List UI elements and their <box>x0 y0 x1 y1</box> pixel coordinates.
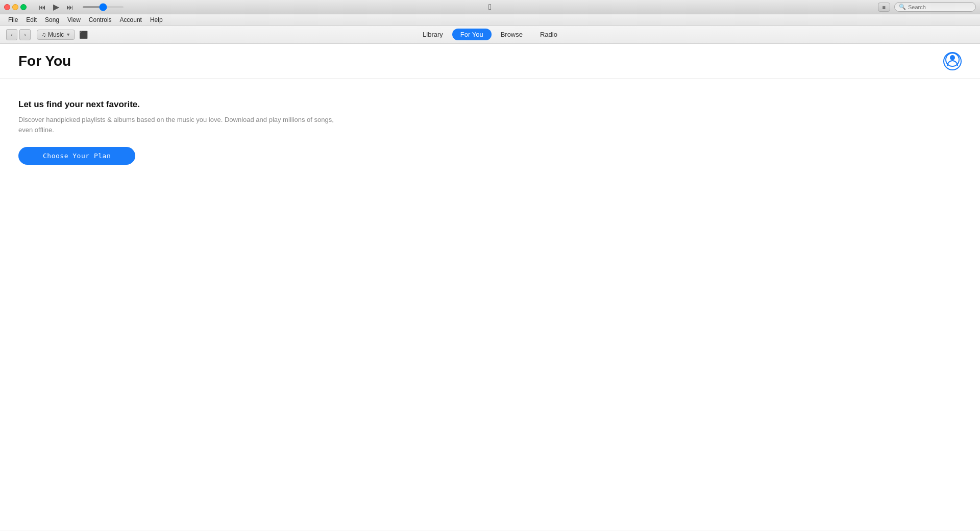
main-area: For You Let us find your next favorite. … <box>0 44 980 531</box>
nav-arrows: ‹ › <box>6 29 31 40</box>
apple-logo-icon:  <box>488 3 492 12</box>
tab-browse[interactable]: Browse <box>493 29 531 40</box>
content-body: Let us find your next favorite. Discover… <box>0 79 980 530</box>
tab-radio[interactable]: Radio <box>532 29 566 40</box>
close-button[interactable] <box>4 4 10 10</box>
menu-bar: File Edit Song View Controls Account Hel… <box>0 14 980 26</box>
menu-controls[interactable]: Controls <box>85 15 116 24</box>
menu-file[interactable]: File <box>4 15 22 24</box>
promo-subtext: Discover handpicked playlists & albums b… <box>18 115 345 135</box>
skip-back-button[interactable]: ⏮ <box>37 2 48 12</box>
nav-bar: ‹ › ♫ Music ▼ ⬛ Library For You Browse R… <box>0 26 980 44</box>
search-box[interactable]: 🔍 <box>894 2 976 12</box>
content-header: For You <box>0 44 980 79</box>
title-bar: ⏮ ▶ ⏭  ≡ 🔍 <box>0 0 980 14</box>
airplay-button[interactable]: ⬛ <box>79 31 88 39</box>
user-avatar-button[interactable] <box>943 52 962 70</box>
promo-headline: Let us find your next favorite. <box>18 99 345 110</box>
menu-song[interactable]: Song <box>41 15 63 24</box>
search-input[interactable] <box>908 4 969 10</box>
menu-help[interactable]: Help <box>146 15 167 24</box>
title-bar-center:  <box>488 3 492 12</box>
list-view-button[interactable]: ≡ <box>878 3 890 12</box>
music-note-icon: ♫ <box>41 31 46 38</box>
page-title: For You <box>18 53 71 69</box>
user-icon <box>945 53 960 70</box>
menu-edit[interactable]: Edit <box>22 15 41 24</box>
choose-plan-button[interactable]: Choose Your Plan <box>18 147 135 165</box>
menu-account[interactable]: Account <box>116 15 146 24</box>
play-button[interactable]: ▶ <box>51 1 61 13</box>
skip-forward-button[interactable]: ⏭ <box>64 2 76 12</box>
nav-tabs: Library For You Browse Radio <box>414 29 566 40</box>
transport-controls: ⏮ ▶ ⏭ <box>37 1 124 13</box>
volume-slider[interactable] <box>83 6 124 8</box>
source-selector[interactable]: ♫ Music ▼ <box>37 30 75 40</box>
window-controls <box>4 4 27 10</box>
tab-library[interactable]: Library <box>414 29 451 40</box>
tab-for-you[interactable]: For You <box>452 29 492 40</box>
svg-point-1 <box>950 55 955 60</box>
dropdown-arrow-icon: ▼ <box>66 32 70 37</box>
maximize-button[interactable] <box>20 4 27 10</box>
source-label: Music <box>48 31 64 38</box>
forward-button[interactable]: › <box>19 29 31 40</box>
minimize-button[interactable] <box>12 4 18 10</box>
menu-view[interactable]: View <box>63 15 85 24</box>
search-icon: 🔍 <box>899 4 906 10</box>
promo-section: Let us find your next favorite. Discover… <box>18 99 345 165</box>
title-bar-right: ≡ 🔍 <box>878 2 976 12</box>
back-button[interactable]: ‹ <box>6 29 17 40</box>
